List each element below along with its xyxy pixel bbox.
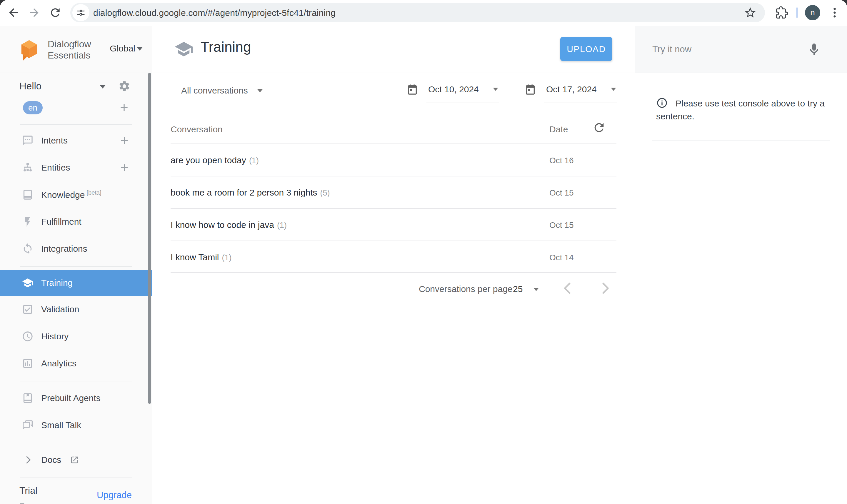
pagination: Conversations per page 25 bbox=[153, 276, 635, 302]
console-info-message: Please use test console above to try a s… bbox=[656, 97, 827, 123]
agent-row: Hello bbox=[0, 80, 152, 94]
region-label: Global bbox=[110, 43, 135, 54]
lightning-icon bbox=[22, 216, 34, 228]
reload-icon[interactable] bbox=[49, 6, 62, 19]
info-icon bbox=[656, 97, 668, 109]
sidebar-item-label: Training bbox=[41, 278, 73, 288]
brand-line1: Dialogflow bbox=[48, 38, 91, 50]
sidebar-divider bbox=[20, 443, 132, 443]
sidebar-item-validation[interactable]: Validation bbox=[0, 296, 152, 323]
chevron-right-icon bbox=[23, 455, 34, 465]
per-page-value[interactable]: 25 bbox=[513, 284, 523, 294]
conversation-date: Oct 16 bbox=[549, 156, 574, 165]
date-from-value: Oct 10, 2024 bbox=[428, 84, 479, 94]
sidebar-item-fulfillment[interactable]: Fulfillment bbox=[0, 208, 152, 235]
sidebar-item-label: Integrations bbox=[41, 244, 87, 254]
add-language-button[interactable] bbox=[118, 102, 130, 113]
chevron-down-icon bbox=[137, 47, 143, 51]
conversation-count: (5) bbox=[320, 188, 330, 197]
sidebar-item-label: Intents bbox=[41, 136, 68, 146]
sidebar-item-label: Small Talk bbox=[41, 420, 81, 430]
plan-footer: Trial Free Upgrade bbox=[0, 481, 152, 485]
extensions-icon[interactable] bbox=[775, 6, 788, 19]
hierarchy-icon bbox=[22, 162, 34, 174]
brand-name: Dialogflow Essentials bbox=[48, 38, 91, 61]
sidebar-item-label: Analytics bbox=[41, 358, 76, 368]
browser-window: dialogflow.cloud.google.com/#/agent/mypr… bbox=[0, 0, 847, 504]
url-text[interactable]: dialogflow.cloud.google.com/#/agent/mypr… bbox=[93, 8, 336, 18]
page-title: Training bbox=[201, 39, 251, 55]
profile-avatar[interactable]: n bbox=[805, 5, 820, 20]
refresh-icon[interactable] bbox=[592, 121, 606, 134]
table-row[interactable]: are you open today(1) Oct 16 bbox=[170, 144, 616, 176]
brand-row: Dialogflow Essentials Global bbox=[0, 26, 152, 73]
agent-chevron-down-icon[interactable] bbox=[100, 85, 106, 89]
microphone-icon[interactable] bbox=[807, 42, 821, 56]
conversation-date: Oct 15 bbox=[549, 188, 574, 198]
test-console-input[interactable]: Try it now bbox=[635, 26, 847, 73]
column-conversation: Conversation bbox=[170, 124, 223, 134]
table-row[interactable]: I know how to code in java(1) Oct 15 bbox=[170, 208, 616, 240]
sidebar-item-label: Knowledge[beta] bbox=[41, 190, 102, 200]
add-intent-button[interactable] bbox=[119, 135, 130, 146]
site-settings-icon[interactable] bbox=[72, 4, 89, 21]
conversation-text: I know Tamil(1) bbox=[170, 252, 232, 262]
conversation-phrase: book me a room for 2 person 3 nights bbox=[170, 187, 317, 197]
back-icon[interactable] bbox=[7, 6, 20, 19]
prev-page-button[interactable] bbox=[559, 280, 576, 296]
chevron-down-icon[interactable] bbox=[534, 288, 539, 291]
browser-menu-icon[interactable] bbox=[828, 6, 841, 19]
sidebar-item-training[interactable]: Training bbox=[0, 270, 152, 296]
conversation-filter-label: All conversations bbox=[181, 86, 248, 95]
sidebar-item-label: Fulfillment bbox=[41, 217, 82, 227]
beta-badge: [beta] bbox=[87, 190, 101, 196]
input-underline bbox=[427, 103, 499, 103]
sidebar-item-knowledge[interactable]: Knowledge[beta] bbox=[0, 181, 152, 208]
conversation-text: are you open today(1) bbox=[170, 155, 259, 165]
sidebar-item-prebuilt-agents[interactable]: Prebuilt Agents bbox=[0, 384, 152, 412]
graduation-cap-icon bbox=[22, 277, 34, 289]
toolbar-divider bbox=[796, 7, 798, 18]
table-header: Conversation Date bbox=[170, 114, 616, 144]
table-row[interactable]: book me a room for 2 person 3 nights(5) … bbox=[170, 176, 616, 208]
sidebar-item-analytics[interactable]: Analytics bbox=[0, 350, 152, 377]
dialogflow-logo-icon bbox=[19, 39, 39, 61]
chevron-down-icon bbox=[257, 89, 263, 92]
sidebar-divider bbox=[20, 478, 132, 478]
conversation-filter-dropdown[interactable]: All conversations bbox=[181, 86, 263, 95]
address-bar[interactable]: dialogflow.cloud.google.com/#/agent/mypr… bbox=[70, 3, 765, 22]
sidebar-item-label: Validation bbox=[41, 304, 79, 314]
agent-name[interactable]: Hello bbox=[19, 80, 41, 92]
bookmark-star-icon[interactable] bbox=[744, 6, 757, 19]
sidebar-item-history[interactable]: History bbox=[0, 323, 152, 350]
sidebar-divider bbox=[20, 124, 132, 125]
bookmark-book-icon bbox=[22, 392, 34, 404]
sidebar-scrollbar[interactable] bbox=[148, 73, 151, 404]
main-content: Training UPLOAD All conversations Oct 10… bbox=[153, 26, 635, 504]
sidebar-item-docs[interactable]: Docs bbox=[0, 446, 152, 473]
conversations-table: Conversation Date are you open today(1) … bbox=[170, 114, 616, 273]
conversation-count: (1) bbox=[222, 253, 232, 262]
language-chip[interactable]: en bbox=[23, 101, 43, 114]
column-date: Date bbox=[549, 124, 568, 134]
conversation-text: book me a room for 2 person 3 nights(5) bbox=[170, 187, 330, 198]
upgrade-link[interactable]: Upgrade bbox=[97, 490, 132, 501]
add-entity-button[interactable] bbox=[119, 162, 130, 173]
upload-button[interactable]: UPLOAD bbox=[560, 37, 612, 61]
conversation-count: (1) bbox=[277, 221, 287, 230]
sidebar-item-intents[interactable]: Intents bbox=[0, 127, 152, 154]
sidebar-item-entities[interactable]: Entities bbox=[0, 154, 152, 181]
date-to-value: Oct 17, 2024 bbox=[546, 84, 597, 94]
agent-settings-gear-icon[interactable] bbox=[118, 80, 130, 92]
conversation-phrase: I know how to code in java bbox=[170, 220, 274, 230]
forward-icon[interactable] bbox=[28, 6, 41, 19]
sidebar-item-label: Entities bbox=[41, 163, 70, 173]
sidebar-item-integrations[interactable]: Integrations bbox=[0, 235, 152, 262]
sidebar-item-small-talk[interactable]: Small Talk bbox=[0, 412, 152, 439]
table-row[interactable]: I know Tamil(1) Oct 14 bbox=[170, 240, 616, 273]
conversation-date: Oct 14 bbox=[549, 253, 574, 262]
region-selector[interactable]: Global bbox=[110, 43, 143, 54]
calendar-icon bbox=[407, 84, 418, 95]
conversation-phrase: I know Tamil bbox=[170, 252, 219, 262]
next-page-button[interactable] bbox=[597, 280, 613, 296]
